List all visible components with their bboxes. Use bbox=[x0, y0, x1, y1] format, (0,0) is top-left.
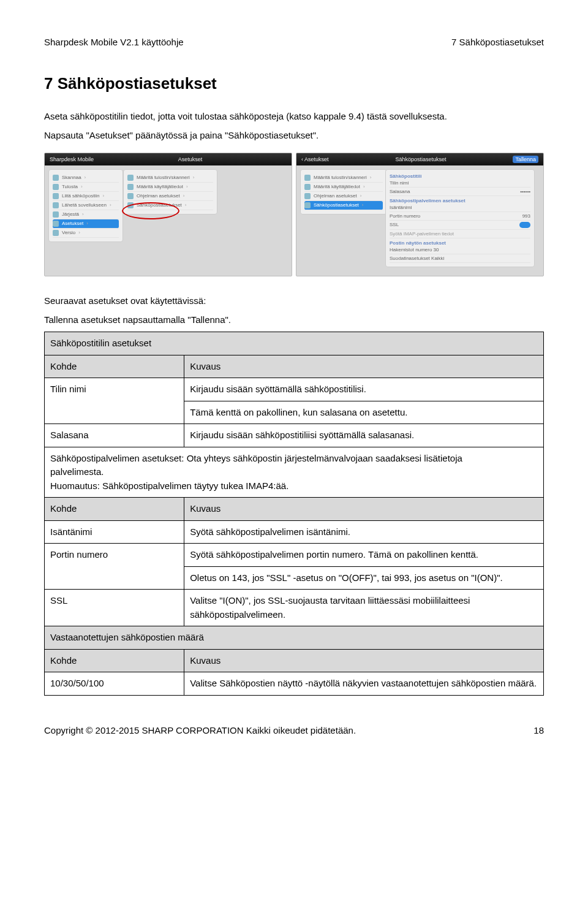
intro-p1: Aseta sähköpostitilin tiedot, jotta voit… bbox=[44, 109, 544, 123]
cell-value: Valitse "I(ON)", jos SSL-suojausta tarvi… bbox=[184, 590, 544, 626]
form-subheader: Postin näytön asetukset bbox=[390, 240, 530, 246]
cell-ssl: SSL bbox=[45, 590, 184, 626]
col-header-kuvaus: Kuvaus bbox=[184, 355, 544, 378]
form-hint: Syötä IMAP-palvelimen tiedot bbox=[390, 230, 530, 238]
menu-row-asetukset: Asetukset› bbox=[53, 219, 119, 229]
cell-value: Syötä sähköpostipalvelimen isäntänimi. bbox=[184, 520, 544, 544]
form-row: Suodatinasetukset Kaikki bbox=[390, 254, 530, 263]
form-row: SSL bbox=[390, 221, 530, 230]
page-number: 18 bbox=[533, 725, 544, 735]
menu-row: Versio› bbox=[53, 229, 119, 238]
menu-row: Liitä sähköpostiin› bbox=[53, 192, 119, 201]
col-header-kohde: Kohde bbox=[45, 355, 184, 378]
settings-row: Ohjelman asetukset› bbox=[304, 192, 383, 201]
settings-row: Määritä tulostin/skanneri› bbox=[304, 173, 383, 183]
settings-table: Sähköpostitilin asetukset Kohde Kuvaus T… bbox=[44, 332, 544, 696]
form-subheader: Sähköpostipalvelimen asetukset bbox=[390, 198, 530, 203]
cell-counts: 10/30/50/100 bbox=[45, 672, 184, 696]
table-server-note: Sähköpostipalvelimen asetukset: Ota yhte… bbox=[45, 447, 544, 498]
footer-copyright: Copyright © 2012-2015 SHARP CORPORATION … bbox=[44, 725, 356, 735]
header-left: Sharpdesk Mobile V2.1 käyttöohje bbox=[44, 37, 184, 47]
settings-row: Määritä tulostin/skanneri› bbox=[127, 173, 213, 183]
intro-p2: Napsauta "Asetukset" päänäytössä ja pain… bbox=[44, 128, 544, 142]
cell-salasana: Salasana bbox=[45, 424, 184, 447]
screenshot-strip: Sharpdesk Mobile Asetukset Skannaa› Tulo… bbox=[44, 153, 544, 276]
col-header-kohde: Kohde bbox=[45, 649, 184, 672]
form-subheader: Sähköpostitili bbox=[390, 173, 530, 179]
menu-row: Tulosta› bbox=[53, 183, 119, 192]
cell-portin: Portin numero bbox=[45, 544, 184, 590]
col-header-kuvaus: Kuvaus bbox=[184, 649, 544, 672]
form-row: Salasana•••••• bbox=[390, 188, 530, 196]
header-right: 7 Sähköpostiasetukset bbox=[451, 37, 544, 47]
after-shots-p2: Tallenna asetukset napsauttamalla "Talle… bbox=[44, 313, 544, 327]
screenshot-main: Sharpdesk Mobile Asetukset Skannaa› Tulo… bbox=[44, 153, 292, 276]
menu-row: Järjestä› bbox=[53, 210, 119, 219]
cell-value: Kirjaudu sisään sähköpostitiliisi syöttä… bbox=[184, 424, 544, 447]
form-row: Isäntänimi bbox=[390, 203, 530, 212]
email-form-panel: Sähköpostitili Tilin nimi Salasana••••••… bbox=[385, 169, 535, 267]
settings-row: Määritä käyttäjätiedot› bbox=[304, 183, 383, 192]
cell-value: Valitse Sähköpostien näyttö -näytöllä nä… bbox=[184, 672, 544, 696]
main-menu-panel: Skannaa› Tulosta› Liitä sähköpostiin› Lä… bbox=[48, 169, 123, 242]
app-title: Sharpdesk Mobile bbox=[50, 156, 94, 162]
menu-row: Skannaa› bbox=[53, 173, 119, 183]
page-title: 7 Sähköpostiasetukset bbox=[44, 74, 544, 93]
table-section-title: Vastaanotettujen sähköpostien määrä bbox=[45, 626, 544, 650]
table-section-title: Sähköpostitilin asetukset bbox=[45, 332, 544, 355]
screenshot-email-settings: ‹ Asetukset Sähköpostiasetukset Tallenna… bbox=[296, 153, 544, 276]
settings-row-email: Sähköpostiasetukset› bbox=[304, 201, 383, 210]
settings-row: Ohjelman asetukset› bbox=[127, 192, 213, 201]
settings-panel-2: Määritä tulostin/skanneri› Määritä käytt… bbox=[300, 169, 387, 215]
col-header-kuvaus: Kuvaus bbox=[184, 498, 544, 521]
cell-isanta: Isäntänimi bbox=[45, 520, 184, 544]
cell-value: Syötä sähköpostipalvelimen portin numero… bbox=[184, 544, 544, 567]
cell-value: Kirjaudu sisään syöttämällä sähköpostiti… bbox=[184, 378, 544, 401]
form-row: Portin numero993 bbox=[390, 212, 530, 221]
screen-title: Asetukset bbox=[94, 156, 287, 162]
form-row: Tilin nimi bbox=[390, 179, 530, 188]
menu-row: Lähetä sovellukseen› bbox=[53, 201, 119, 210]
settings-row: Määritä käyttäjätiedot› bbox=[127, 183, 213, 192]
highlight-ellipse bbox=[122, 202, 179, 219]
after-shots-p1: Seuraavat asetukset ovat käytettävissä: bbox=[44, 294, 544, 308]
screenshot-titlebar: Sharpdesk Mobile Asetukset bbox=[45, 153, 292, 165]
screenshot-titlebar: ‹ Asetukset Sähköpostiasetukset Tallenna bbox=[296, 153, 543, 165]
cell-tilin-nimi: Tilin nimi bbox=[45, 378, 184, 424]
col-header-kohde: Kohde bbox=[45, 498, 184, 521]
form-row: Hakemistot numero 30 bbox=[390, 246, 530, 254]
cell-value: Tämä kenttä on pakollinen, kun salasana … bbox=[184, 401, 544, 424]
cell-value: Oletus on 143, jos "SSL" -asetus on "O(O… bbox=[184, 566, 544, 590]
